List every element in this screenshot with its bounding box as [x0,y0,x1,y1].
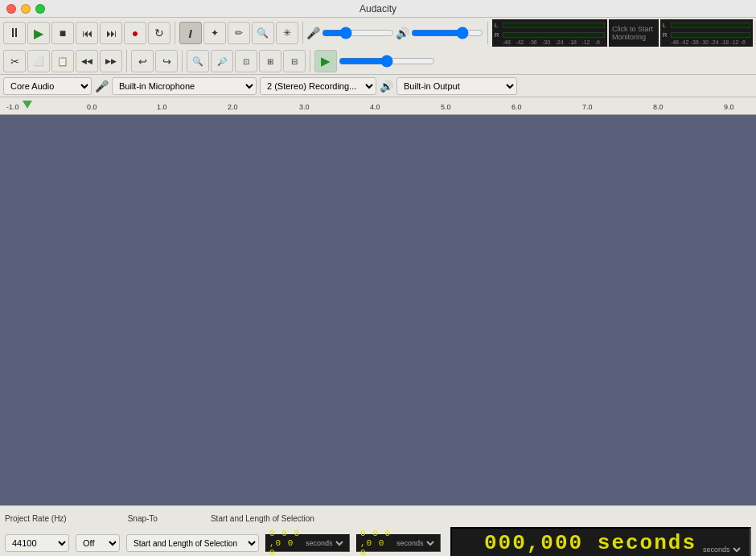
project-rate-label: Project Rate (Hz) [5,514,67,523]
large-time-display[interactable]: 000,000 seconds seconds [450,527,751,556]
zoom-sel-button[interactable]: ⊡ [235,50,257,72]
undo-button[interactable]: ↩ [131,50,154,72]
time-value-1: 0 0 0 ,0 0 0 [269,529,301,556]
loop-button[interactable]: ↻ [148,22,171,44]
divider-1 [175,22,175,44]
speaker-icon-device: 🔊 [380,80,393,93]
playback-speed-slider[interactable] [339,55,435,68]
ruler-mark-9: 9.0 [724,103,734,111]
cut-button[interactable]: ✂ [3,50,26,72]
play-button[interactable]: ▶ [27,22,50,44]
ruler-mark-2: 2.0 [228,103,238,111]
output-L-label: L [663,22,669,29]
output-meter-row-L: L [663,21,750,31]
zoom-tool-button[interactable]: 🔍 [252,22,274,44]
zoom-in-button[interactable]: 🔍 [187,50,209,72]
title-bar: Audacity [0,0,756,18]
ruler-mark-3: 3.0 [299,103,310,111]
output-L-bar [671,23,750,28]
time-field-1[interactable]: 0 0 0 ,0 0 0 seconds [265,534,350,552]
time-field-2[interactable]: 0 0 0 ,0 0 0 seconds [356,534,441,552]
multi-tool-button[interactable]: ✦ [203,22,226,44]
snap-to-select[interactable]: Off [76,534,120,552]
time-value-2: 0 0 0 ,0 0 0 [360,529,392,556]
pause-button[interactable]: ⏸ [3,22,26,44]
input-meter[interactable]: L R -48 -42 -36 -30 -24 -18 -12 -6 [492,19,607,47]
input-L-bar [503,23,605,28]
divider-2 [302,22,303,44]
device-row: Core Audio 🎤 Built-in Microphone 2 (Ster… [0,75,756,97]
playback-play-button[interactable]: ▶ [314,50,337,72]
divider-edit-3 [310,50,310,72]
input-meter-row-R: R [495,31,605,40]
input-L-label: L [495,22,501,29]
draw-tool-button[interactable]: ✏ [228,22,250,44]
bottom-row-controls: 44100 Off Start and Length of Selection … [0,530,756,556]
minimize-button[interactable] [21,4,31,14]
output-meter-row-R: R [663,31,750,40]
input-meter-scale: -48 -42 -36 -30 -24 -18 -12 -6 [495,39,605,45]
mic-icon: 🎤 [306,27,320,39]
paste-button[interactable]: 📋 [51,50,74,72]
divider-edit-2 [182,50,183,72]
click-to-start-label[interactable]: Click to Start Monitoring [609,19,659,47]
snap-to-label: Snap-To [128,514,158,523]
trim-R-button[interactable]: ▶▶ [100,50,122,72]
input-R-bar [503,32,605,38]
output-meter[interactable]: L R -48 -42 -36 -30 -24 -18 -12 -6 [660,19,753,47]
toolbar-row-2: ✂ ⬜ 📋 ◀◀ ▶▶ ↩ ↪ 🔍 🔎 ⊡ ⊞ ⊟ ▶ [0,48,756,74]
time-unit-select-1[interactable]: seconds [302,538,346,548]
track-area[interactable] [0,115,756,505]
large-time-value: 000,000 seconds [484,531,696,555]
ruler-mark-8: 8.0 [653,103,664,111]
zoom-out-button[interactable]: 🔎 [211,50,233,72]
speaker-icon: 🔊 [396,27,409,39]
output-select[interactable]: Built-in Output [396,77,517,95]
stop-button[interactable]: ■ [51,22,74,44]
record-button[interactable]: ● [124,22,146,44]
select-tool-button[interactable]: I [179,22,202,44]
skip-back-button[interactable]: ⏮ [76,22,98,44]
project-rate-select[interactable]: 44100 [5,534,69,552]
toolbar-row-1: ⏸ ▶ ■ ⏮ ⏭ ● ↻ I ✦ ✏ 🔍 ✳ 🎤 🔊 L [0,18,756,48]
ruler-mark-0: 0.0 [87,103,97,111]
ruler-marks: -1.0 0.0 1.0 2.0 3.0 4.0 5.0 6.0 7.0 8.0… [0,97,756,113]
output-R-label: R [663,31,669,39]
output-meter-scale: -48 -42 -36 -30 -24 -18 -12 -6 [663,39,750,45]
microphone-select[interactable]: Built-in Microphone [112,77,257,95]
timeline-ruler: -1.0 0.0 1.0 2.0 3.0 4.0 5.0 6.0 7.0 8.0… [0,97,756,115]
copy-button[interactable]: ⬜ [27,50,50,72]
selection-type-select[interactable]: Start and Length of Selection [126,534,259,552]
input-meter-row-L: L [495,21,605,31]
ruler-mark-4: 4.0 [370,103,380,111]
divider-3 [487,22,488,44]
input-R-label: R [495,31,501,39]
selection-label: Start and Length of Selection [211,514,314,523]
time-unit-select-2[interactable]: seconds [393,538,437,548]
redo-button[interactable]: ↪ [155,50,178,72]
ruler-mark--1: -1.0 [6,103,19,111]
maximize-button[interactable] [35,4,45,14]
zoom-fit-button[interactable]: ⊞ [259,50,281,72]
window-controls[interactable] [6,4,45,14]
zoom-extra-button[interactable]: ⊟ [283,50,306,72]
large-time-unit-select[interactable]: seconds [700,545,743,554]
multi2-tool-button[interactable]: ✳ [276,22,298,44]
mic-icon-device: 🎤 [95,80,109,93]
divider-edit-1 [126,50,127,72]
ruler-mark-7: 7.0 [582,103,593,111]
skip-fwd-button[interactable]: ⏭ [100,22,122,44]
output-volume-slider[interactable] [411,27,483,39]
toolbar-area: ⏸ ▶ ■ ⏮ ⏭ ● ↻ I ✦ ✏ 🔍 ✳ 🎤 🔊 L [0,18,756,75]
close-button[interactable] [6,4,16,14]
channels-select[interactable]: 2 (Stereo) Recording... [260,77,376,95]
host-select[interactable]: Core Audio [3,77,92,95]
app-title: Audacity [360,3,396,14]
bottom-section: Project Rate (Hz) Snap-To Start and Leng… [0,505,756,556]
trim-L-button[interactable]: ◀◀ [76,50,98,72]
mic-volume-slider[interactable] [322,27,394,39]
ruler-mark-5: 5.0 [441,103,451,111]
ruler-mark-6: 6.0 [512,103,522,111]
ruler-mark-1: 1.0 [157,103,167,111]
output-R-bar [671,32,750,38]
